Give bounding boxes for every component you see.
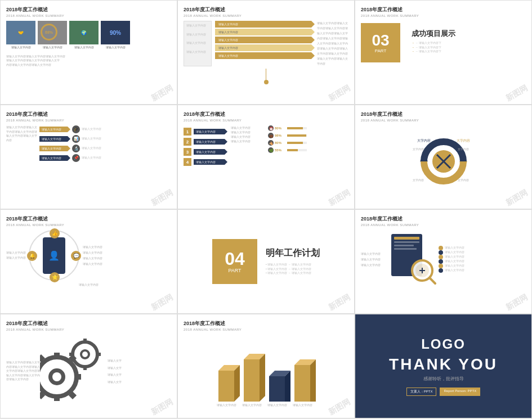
- bullet-3: → 请输入文字内容下: [412, 49, 455, 54]
- bullet-2: → 请输入文字内容下: [412, 46, 455, 50]
- progress-icon-4: 🌿: [268, 147, 274, 153]
- slide-10-title: 2018年度工作概述: [6, 320, 171, 327]
- slide-12-btn-1[interactable]: 文案人：PPTX: [406, 388, 437, 396]
- slide-6-subtitle: 2018 ANNUAL WORK SUMMARY: [361, 119, 526, 122]
- slide-7-content: 请输入文字内容请输入文字内容 👤 👍 💬 ⭐ 🔔 请输入文字内容请输入文字内容请…: [6, 230, 171, 281]
- label-dot-6: [439, 268, 443, 273]
- watermark-7: 新图网: [149, 292, 175, 313]
- part-number-3: 03: [372, 33, 389, 48]
- slide-10-label-2: 请输入文字: [108, 364, 122, 372]
- slide-11: 2018年度工作概述 2018 ANNUAL WORK SUMMARY: [177, 314, 355, 418]
- svg-point-34: [82, 352, 88, 357]
- slide-4-left-text: 请输入文字内容请输入文字内容请输入文字内容请输入文字内容请输入文字内容: [6, 125, 37, 162]
- svg-text:大字内容: 大字内容: [457, 138, 470, 142]
- slide-7-left-labels: 请输入文字内容请输入文字内容: [6, 250, 29, 260]
- progress-bar-bg-2: [287, 134, 307, 137]
- num-item-1: 1 请输入文字内容: [184, 128, 227, 136]
- slides-grid: 2018年度工作概述 2018 ANNUAL WORK SUMMARY 🤝 请输…: [0, 0, 532, 418]
- label-item-2: 请输入文字内容: [439, 250, 464, 255]
- svg-marker-50: [310, 359, 316, 402]
- arrow-item-4: 请输入文字内容 📌 请输入文字内容: [39, 154, 171, 162]
- svg-text:文字内容: 文字内容: [413, 178, 424, 182]
- watermark-1: 新图网: [149, 83, 175, 104]
- progress-icon-2: 💼: [268, 133, 274, 138]
- slide-1: 2018年度工作概述 2018 ANNUAL WORK SUMMARY 🤝 请输…: [0, 0, 177, 105]
- slide-10: 2018年度工作概述 2018 ANNUAL WORK SUMMARY 请输入文…: [0, 314, 177, 418]
- svg-text:文字内容: 文字内容: [458, 147, 469, 151]
- timeline-bar: 请输入文字内容 请输入文字内容 请输入文字内容 请输入文字内容: [184, 21, 212, 66]
- img-2: 68%: [38, 21, 67, 44]
- part-label-8: PART: [228, 268, 241, 273]
- slide-7-bottom: 请输入文字内容: [6, 283, 171, 286]
- label-text-6: 请输入文字内容: [445, 268, 464, 273]
- slide-3-text: 成功项目展示 → 请输入文字内容下 → 请输入文字内容下 → 请输入文字内容下: [412, 23, 455, 54]
- part-label-3: PART: [375, 48, 387, 53]
- slide-12-btn-2[interactable]: Report Person: PPTX: [440, 388, 480, 396]
- slide-10-right-labels: 请输入文字 请输入文字 请输入文字 请输入文字: [108, 357, 122, 385]
- num-item-2: 2 请输入文字内容: [184, 138, 227, 146]
- slide-10-content: 请输入文字内容请输入文字内容请输入文字内容请输入文字内容请输入文字内容请输入文字…: [6, 335, 171, 408]
- slide-1-subtitle: 2018 ANNUAL WORK SUMMARY: [6, 14, 171, 17]
- slide-4-subtitle: 2018 ANNUAL WORK SUMMARY: [6, 119, 171, 122]
- arrow-text-1: 请输入文字内容: [82, 127, 101, 132]
- progress-pct-1: 80%: [275, 127, 286, 130]
- book-magnifier-svg: [386, 231, 436, 287]
- slide-5: 2018年度工作概述 2018 ANNUAL WORK SUMMARY 1 请输…: [177, 105, 355, 209]
- img-4-label: 请输入文字内容: [101, 46, 130, 50]
- slide-9-title: 2018年度工作概述: [361, 215, 526, 223]
- progress-icon-3: 🐴: [268, 140, 274, 146]
- arrow-item-3: 请输入文字内容 🔬 请输入文字内容: [39, 145, 171, 152]
- label-dot-4: [439, 259, 443, 264]
- svg-marker-41: [234, 365, 240, 402]
- progress-bar-fill-1: [287, 127, 303, 129]
- svg-rect-12: [394, 237, 419, 240]
- arrow-text-4: 请输入文字内容: [82, 156, 101, 160]
- slide-4: 2018年度工作概述 2018 ANNUAL WORK SUMMARY 请输入文…: [0, 105, 177, 209]
- svg-point-23: [52, 372, 61, 381]
- num-badge-3: 3: [184, 148, 191, 156]
- svg-text:请输入文字内容: 请输入文字内容: [292, 403, 312, 407]
- timeline-item-3: 请输入文字内容: [215, 37, 315, 43]
- svg-rect-13: [394, 241, 419, 243]
- svg-text:大字内容: 大字内容: [417, 138, 431, 142]
- slide-8-text: 明年工作计划 • 请输入文字内容 → 请输入文字内容 • 请输入文字内容 → 请…: [266, 247, 320, 276]
- svg-rect-37: [97, 353, 101, 356]
- progress-icon-1: ⏰: [268, 125, 274, 131]
- progress-pct-2: 98%: [275, 134, 286, 137]
- progress-bar-fill-3: [287, 142, 303, 144]
- slide-11-title: 2018年度工作概述: [184, 320, 348, 327]
- num-arrow-3: 请输入文字内容: [194, 149, 227, 155]
- num-badge-4: 4: [184, 158, 191, 166]
- arrow-shape-1: 请输入文字内容: [39, 127, 70, 132]
- arrow-shape-3: 请输入文字内容: [39, 146, 70, 151]
- watermark-2: 新图网: [327, 83, 352, 104]
- timeline-item-1: 请输入文字内容: [215, 21, 315, 28]
- slide-4-content: 请输入文字内容请输入文字内容请输入文字内容请输入文字内容请输入文字内容 请输入文…: [6, 125, 171, 162]
- label-item-6: 请输入文字内容: [439, 268, 464, 273]
- slide-4-arrows: 请输入文字内容 🎓 请输入文字内容 请输入文字内容 📊 请输入文字内容 请输入文…: [39, 125, 171, 162]
- timeline-item-5: 请输入文字内容: [215, 52, 315, 59]
- num-arrow-1: 请输入文字内容: [194, 129, 227, 134]
- arrow-text-2: 请输入文字内容: [82, 137, 101, 141]
- slide-3-content: 03 PART 成功项目展示 → 请输入文字内容下 → 请输入文字内容下 → 请…: [361, 23, 526, 62]
- slide-8-bullet-3: • 请输入文字内容 → 请输入文字内容: [266, 271, 320, 276]
- slide-9-content: 请输入文字内容请输入文字内容请输入文字内容 请输入文字内容: [361, 231, 526, 287]
- part-box-8: 04 PART: [212, 239, 257, 284]
- progress-pct-4: 55%: [275, 148, 286, 152]
- slide-4-title: 2018年度工作概述: [6, 111, 171, 118]
- slide-5-progress: ⏰ 80% 💼 98% 🐴 80%: [268, 125, 307, 168]
- label-item-3: 请输入文字内容: [439, 255, 464, 259]
- watermark-3: 新图网: [504, 83, 529, 104]
- img-1: 🤝: [6, 21, 35, 44]
- progress-bar-bg-4: [287, 149, 307, 151]
- watermark-9: 新图网: [504, 292, 529, 313]
- arrow-shape-4: 请输入文字内容: [39, 155, 70, 161]
- img-2-label: 请输入文字内容: [38, 46, 67, 50]
- slide-5-content: 1 请输入文字内容 2 请输入文字内容 3 请输入文字内容 4 请输入文字内容 …: [184, 125, 348, 168]
- svg-rect-36: [83, 366, 87, 370]
- svg-text:请输入文字内容: 请输入文字内容: [267, 403, 287, 407]
- slide-2: 2018年度工作概述 2018 ANNUAL WORK SUMMARY 请输入文…: [177, 0, 355, 105]
- bars-svg: 请输入文字内容 请输入文字内容 请输入文字内容 请输入文字内容 请输入文字内容 …: [210, 340, 323, 407]
- slide-5-subtitle: 2018 ANNUAL WORK SUMMARY: [184, 119, 348, 122]
- circle-68: 68%: [41, 24, 57, 40]
